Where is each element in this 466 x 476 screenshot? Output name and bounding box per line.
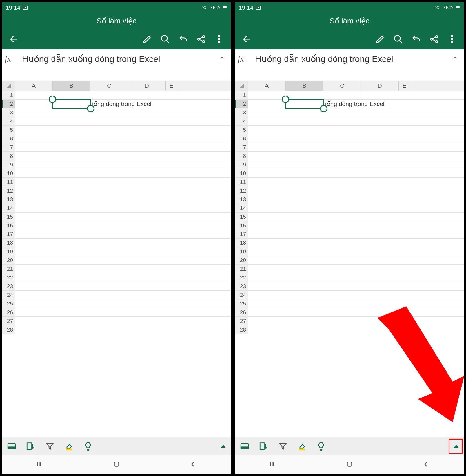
row-cells-6[interactable] <box>248 134 464 143</box>
row-12[interactable]: 12 <box>2 186 231 195</box>
col-header-B[interactable]: B <box>53 81 90 91</box>
row-10[interactable]: 10 <box>235 169 464 178</box>
share-button[interactable] <box>194 32 209 47</box>
row-header-22[interactable]: 22 <box>235 273 248 282</box>
row-header-12[interactable]: 12 <box>235 186 248 195</box>
row-cells-11[interactable] <box>248 178 464 186</box>
row-cells-5[interactable] <box>248 126 464 134</box>
row-cells-12[interactable] <box>248 186 464 195</box>
col-header-A[interactable]: A <box>15 81 53 91</box>
nav-recents[interactable] <box>36 460 45 470</box>
row-cells-27[interactable] <box>248 317 464 325</box>
selection-handle-top-left[interactable] <box>282 96 289 103</box>
row-header-23[interactable]: 23 <box>235 282 248 290</box>
card-view-button[interactable] <box>5 440 18 453</box>
select-all-corner[interactable] <box>235 81 248 91</box>
row-header-23[interactable]: 23 <box>2 282 15 290</box>
row-16[interactable]: 16 <box>2 221 231 230</box>
row-cells-18[interactable] <box>248 239 464 247</box>
row-cells-5[interactable] <box>15 126 231 134</box>
row-header-2[interactable]: 2 <box>235 100 248 108</box>
fill-button[interactable] <box>296 440 308 453</box>
row-3[interactable]: 3 <box>2 108 231 117</box>
row-19[interactable]: 19 <box>2 247 231 256</box>
row-17[interactable]: 17 <box>2 230 231 239</box>
row-22[interactable]: 22 <box>235 273 464 282</box>
row-cells-26[interactable] <box>15 308 231 316</box>
row-cells-1[interactable] <box>248 91 464 99</box>
row-22[interactable]: 22 <box>2 273 231 282</box>
row-header-2[interactable]: 2 <box>2 100 15 108</box>
draw-button[interactable] <box>140 32 155 47</box>
row-header-28[interactable]: 28 <box>235 325 248 334</box>
search-button[interactable] <box>391 32 406 47</box>
row-cells-10[interactable] <box>248 169 464 177</box>
row-cells-20[interactable] <box>15 256 231 264</box>
row-4[interactable]: 4 <box>235 117 464 126</box>
row-header-27[interactable]: 27 <box>235 317 248 325</box>
row-header-15[interactable]: 15 <box>235 213 248 221</box>
row-header-3[interactable]: 3 <box>235 108 248 117</box>
row-15[interactable]: 15 <box>2 213 231 221</box>
row-4[interactable]: 4 <box>2 117 231 126</box>
draw-button[interactable] <box>373 32 388 47</box>
row-header-5[interactable]: 5 <box>2 126 15 134</box>
row-25[interactable]: 25 <box>2 299 231 308</box>
row-header-19[interactable]: 19 <box>2 247 15 256</box>
row-header-25[interactable]: 25 <box>2 299 15 308</box>
row-cells-22[interactable] <box>15 273 231 282</box>
row-header-14[interactable]: 14 <box>2 204 15 212</box>
col-header-C[interactable]: C <box>90 81 128 91</box>
row-cells-19[interactable] <box>15 247 231 256</box>
row-header-26[interactable]: 26 <box>235 308 248 316</box>
row-cells-14[interactable] <box>15 204 231 212</box>
row-cells-10[interactable] <box>15 169 231 177</box>
row-cells-6[interactable] <box>15 134 231 143</box>
row-24[interactable]: 24 <box>2 291 231 299</box>
row-3[interactable]: 3 <box>235 108 464 117</box>
row-cells-23[interactable] <box>248 282 464 290</box>
expand-ribbon-button[interactable] <box>221 445 225 448</box>
row-cells-25[interactable] <box>15 299 231 308</box>
row-header-4[interactable]: 4 <box>2 117 15 125</box>
row-15[interactable]: 15 <box>235 213 464 221</box>
row-cells-22[interactable] <box>248 273 464 282</box>
row-16[interactable]: 16 <box>235 221 464 230</box>
formula-bar[interactable]: fx Hướng dẫn xuống dòng trong Excel <box>235 49 464 81</box>
row-28[interactable]: 28 <box>2 325 231 334</box>
row-header-9[interactable]: 9 <box>235 160 248 169</box>
row-cells-24[interactable] <box>15 291 231 299</box>
row-header-22[interactable]: 22 <box>2 273 15 282</box>
row-5[interactable]: 5 <box>235 126 464 134</box>
filter-button[interactable] <box>43 440 56 453</box>
nav-home[interactable] <box>345 460 354 470</box>
row-28[interactable]: 28 <box>235 325 464 334</box>
row-cells-23[interactable] <box>15 282 231 290</box>
row-11[interactable]: 11 <box>235 178 464 186</box>
row-13[interactable]: 13 <box>2 195 231 204</box>
selection-handle-bottom-right[interactable] <box>320 105 327 112</box>
row-27[interactable]: 27 <box>2 317 231 325</box>
row-header-8[interactable]: 8 <box>2 152 15 160</box>
row-cells-15[interactable] <box>248 213 464 221</box>
row-8[interactable]: 8 <box>2 152 231 160</box>
back-button[interactable] <box>239 32 254 47</box>
row-26[interactable]: 26 <box>235 308 464 317</box>
col-header-A[interactable]: A <box>248 81 286 91</box>
row-header-4[interactable]: 4 <box>235 117 248 125</box>
row-header-5[interactable]: 5 <box>235 126 248 134</box>
selected-cell[interactable] <box>52 99 91 109</box>
row-cells-4[interactable] <box>15 117 231 125</box>
row-header-16[interactable]: 16 <box>235 221 248 230</box>
search-button[interactable] <box>158 32 173 47</box>
row-cells-24[interactable] <box>248 291 464 299</box>
row-header-21[interactable]: 21 <box>235 265 248 273</box>
row-cells-8[interactable] <box>15 152 231 160</box>
row-25[interactable]: 25 <box>235 299 464 308</box>
nav-recents[interactable] <box>269 460 278 470</box>
row-header-21[interactable]: 21 <box>2 265 15 273</box>
row-cells-17[interactable] <box>15 230 231 238</box>
row-8[interactable]: 8 <box>235 152 464 160</box>
row-cells-7[interactable] <box>15 143 231 151</box>
sort-button[interactable] <box>257 440 270 453</box>
